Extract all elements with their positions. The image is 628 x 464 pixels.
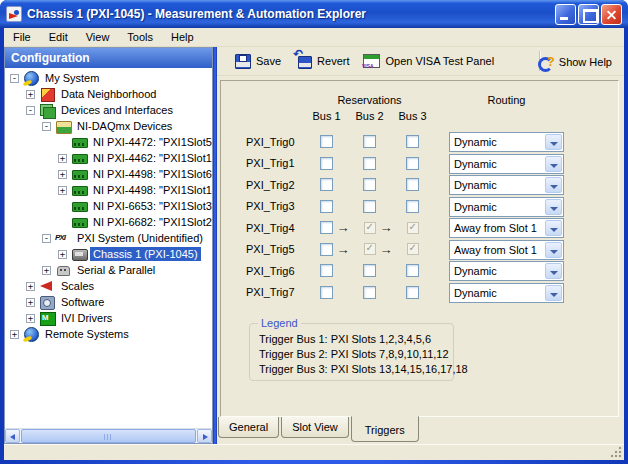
tree-expander-icon[interactable]: +: [26, 298, 35, 307]
tree-item-label[interactable]: NI PXI-4498: "PXI1Slot14": [90, 183, 212, 197]
tree-item-label[interactable]: Devices and Interfaces: [58, 103, 176, 117]
routing-select[interactable]: Dynamic: [449, 261, 564, 281]
tree-item[interactable]: NI PXI-6682: "PXI1Slot2": [5, 214, 212, 230]
bus1-checkbox[interactable]: [320, 135, 333, 148]
scroll-right-button[interactable]: [197, 429, 212, 443]
tree-item[interactable]: + Serial & Parallel: [5, 262, 212, 278]
tree-expander-icon[interactable]: +: [26, 282, 35, 291]
tree-item-label[interactable]: Remote Systems: [42, 327, 132, 341]
bus3-checkbox[interactable]: [406, 157, 419, 170]
bus2-checkbox[interactable]: [363, 178, 376, 191]
tree-item[interactable]: + Chassis 1 (PXI-1045): [5, 246, 212, 262]
tree-item[interactable]: + Remote Systems: [5, 326, 212, 342]
bus2-checkbox[interactable]: [363, 200, 376, 213]
scroll-left-button[interactable]: [5, 429, 20, 443]
toolbar-button[interactable]: Revert: [288, 50, 356, 72]
tree-item-label[interactable]: NI-DAQmx Devices: [74, 119, 175, 133]
toolbar-button[interactable]: Save: [227, 50, 288, 72]
tree-expander-icon[interactable]: +: [26, 314, 35, 323]
tree-item[interactable]: NI PXI-6653: "PXI1Slot3": [5, 198, 212, 214]
tree-item[interactable]: + Software: [5, 294, 212, 310]
routing-select[interactable]: Dynamic: [449, 197, 564, 217]
tree-item-label[interactable]: NI PXI-4472: "PXI1Slot5": [90, 135, 212, 149]
menu-item[interactable]: Edit: [40, 28, 77, 46]
tree-item[interactable]: + Scales: [5, 278, 212, 294]
resize-grip[interactable]: [610, 446, 622, 458]
bus1-checkbox[interactable]: [320, 264, 333, 277]
scrollbar-thumb[interactable]: [21, 429, 196, 443]
tree-expander-icon[interactable]: +: [58, 250, 67, 259]
bus3-checkbox[interactable]: [406, 286, 419, 299]
combo-dropdown-button[interactable]: [545, 177, 562, 193]
tab[interactable]: General: [218, 417, 279, 438]
tree-item-label[interactable]: IVI Drivers: [58, 311, 115, 325]
tree-expander-icon[interactable]: +: [26, 90, 35, 99]
combo-dropdown-button[interactable]: [545, 220, 562, 236]
menu-item[interactable]: File: [4, 28, 40, 46]
tree-item[interactable]: + NI PXI-4498: "PXI1Slot14": [5, 182, 212, 198]
tree-expander-icon[interactable]: -: [42, 122, 51, 131]
menu-item[interactable]: Tools: [118, 28, 162, 46]
close-button[interactable]: [601, 4, 622, 25]
bus2-checkbox[interactable]: [363, 286, 376, 299]
tree-item-label[interactable]: NI PXI-6653: "PXI1Slot3": [90, 199, 212, 213]
tree-item-label[interactable]: NI PXI-4462: "PXI1Slot18": [90, 151, 212, 165]
tree-item[interactable]: + NI PXI-4462: "PXI1Slot18": [5, 150, 212, 166]
tree-expander-icon[interactable]: +: [58, 186, 67, 195]
menu-item[interactable]: Help: [162, 28, 203, 46]
tree-item[interactable]: - My System: [5, 70, 212, 86]
tree-horizontal-scrollbar[interactable]: [5, 428, 212, 443]
show-help-button[interactable]: Show Help: [534, 47, 616, 76]
combo-dropdown-button[interactable]: [545, 242, 562, 258]
tree-expander-icon[interactable]: -: [42, 234, 51, 243]
tab[interactable]: Triggers: [351, 416, 419, 442]
routing-select[interactable]: Dynamic: [449, 175, 564, 195]
routing-select[interactable]: Away from Slot 1: [449, 240, 564, 260]
bus1-checkbox[interactable]: [320, 157, 333, 170]
bus1-checkbox[interactable]: [320, 178, 333, 191]
tree-item[interactable]: + IVI Drivers: [5, 310, 212, 326]
tree-item-label[interactable]: NI PXI-4498: "PXI1Slot6": [90, 167, 212, 181]
bus3-checkbox[interactable]: [406, 200, 419, 213]
tree-item-label[interactable]: Serial & Parallel: [74, 263, 158, 277]
tree-item-label[interactable]: My System: [42, 71, 102, 85]
combo-dropdown-button[interactable]: [545, 134, 562, 150]
tab[interactable]: Slot View: [281, 417, 349, 438]
routing-select[interactable]: Dynamic: [449, 283, 564, 303]
routing-select[interactable]: Dynamic: [449, 154, 564, 174]
bus1-checkbox[interactable]: [320, 286, 333, 299]
bus2-checkbox[interactable]: [363, 157, 376, 170]
tree-item-label[interactable]: Scales: [58, 279, 97, 293]
bus2-checkbox[interactable]: [363, 135, 376, 148]
tree-item-label[interactable]: NI PXI-6682: "PXI1Slot2": [90, 215, 212, 229]
bus3-checkbox[interactable]: [406, 178, 419, 191]
tree-item[interactable]: - NI-DAQmx Devices: [5, 118, 212, 134]
tree-expander-icon[interactable]: +: [42, 266, 51, 275]
tree-expander-icon[interactable]: +: [10, 330, 19, 339]
tree-item-label[interactable]: Software: [58, 295, 107, 309]
bus3-checkbox[interactable]: [406, 135, 419, 148]
minimize-button[interactable]: [555, 4, 576, 25]
tree-expander-icon[interactable]: -: [26, 106, 35, 115]
tree-item[interactable]: + NI PXI-4498: "PXI1Slot6": [5, 166, 212, 182]
tree-item-label[interactable]: Chassis 1 (PXI-1045): [90, 247, 201, 261]
tree-item[interactable]: - Devices and Interfaces: [5, 102, 212, 118]
maximize-button[interactable]: [578, 4, 599, 25]
combo-dropdown-button[interactable]: [545, 285, 562, 301]
tree-item-label[interactable]: Data Neighborhood: [58, 87, 159, 101]
bus1-checkbox[interactable]: [320, 200, 333, 213]
bus1-checkbox[interactable]: [320, 243, 333, 256]
menu-item[interactable]: View: [77, 28, 119, 46]
toolbar-button[interactable]: Open VISA Test Panel: [356, 51, 501, 71]
tree-expander-icon[interactable]: -: [10, 74, 19, 83]
routing-select[interactable]: Dynamic: [449, 132, 564, 152]
tree-expander-icon[interactable]: +: [58, 170, 67, 179]
tree-expander-icon[interactable]: +: [58, 154, 67, 163]
combo-dropdown-button[interactable]: [545, 263, 562, 279]
tree-item[interactable]: + Data Neighborhood: [5, 86, 212, 102]
combo-dropdown-button[interactable]: [545, 199, 562, 215]
combo-dropdown-button[interactable]: [545, 156, 562, 172]
routing-select[interactable]: Away from Slot 1: [449, 218, 564, 238]
tree-item[interactable]: NI PXI-4472: "PXI1Slot5": [5, 134, 212, 150]
tree-item-label[interactable]: PXI System (Unidentified): [74, 231, 206, 245]
